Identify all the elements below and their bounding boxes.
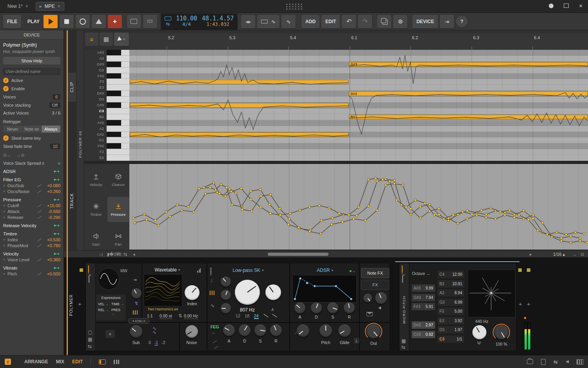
piano-key[interactable] [107,73,129,79]
expression-pres-toggle[interactable]: PRES → [111,308,124,316]
pressure-point[interactable] [231,204,233,206]
pressure-point[interactable] [546,233,548,236]
pressure-point[interactable] [490,207,492,209]
slope-shape-icon[interactable] [263,313,269,318]
undo-button[interactable]: ↶ [342,15,356,28]
pressure-point[interactable] [466,210,468,212]
pressure-point[interactable] [560,240,563,242]
mapping-panel-icon[interactable] [577,359,583,364]
mod-wheel-scope[interactable] [98,268,120,290]
sub-octave-minus2[interactable]: -2 [162,340,165,346]
expression-lane-pressure[interactable]: Pressure [107,197,129,222]
filter-cutoff-knob[interactable] [235,280,260,305]
pressure-point[interactable] [318,204,321,207]
pressure-point[interactable] [560,237,563,239]
pressure-point[interactable] [428,203,431,206]
pressure-point[interactable] [299,209,301,211]
adsr-route-icon[interactable]: ●→ [349,268,356,273]
micropitch-note-C3[interactable]: C31/1 [437,335,465,343]
single-pane-icon[interactable] [99,359,106,364]
pressure-point[interactable] [289,212,291,215]
filter-harmonics-icon[interactable] [210,291,216,295]
micropitch-note-G3[interactable]: G36.99 [437,298,465,306]
piano-key[interactable] [107,67,129,73]
piano-key[interactable] [107,108,129,114]
playhead-time[interactable]: 1:43.032 [202,22,234,27]
pitch-knob[interactable] [319,324,332,337]
note-detune[interactable]: 10.91 [452,282,462,286]
osc-phase-knob[interactable] [131,288,142,299]
pressure-point[interactable] [438,213,440,216]
pressure-point[interactable] [452,214,454,216]
stop-button[interactable] [60,15,74,28]
multi-pane-icon[interactable] [114,360,119,364]
enable-toggle[interactable]: ✓Enable [3,86,60,91]
remove-mod-icon[interactable]: × [3,204,7,208]
amp-decay-knob[interactable] [311,302,322,313]
piano-key[interactable] [107,79,129,85]
help-button[interactable]: ? [456,16,468,27]
detune-hz-value[interactable]: 0.00 Hz [184,313,198,319]
mod-target[interactable]: ×PhaseMod+0.780 [3,243,60,248]
pointer-tool-button[interactable]: ▾ [114,33,129,46]
voices-value[interactable]: 6 [53,94,60,100]
pressure-point[interactable] [330,223,333,226]
show-help-button[interactable]: Show Help [3,57,60,65]
pressure-point[interactable] [241,208,243,211]
expression-editor[interactable] [129,164,588,250]
filter-power-icon[interactable] [211,268,211,276]
slope-shape2-icon[interactable] [272,313,278,318]
note-detune[interactable]: 9.99 [426,286,433,290]
pressure-point[interactable] [154,219,156,222]
pressure-point[interactable] [513,216,515,219]
sub-octave-0[interactable]: 0 [149,340,151,346]
track-color-swatch[interactable] [80,268,83,272]
stack-icon[interactable]: ≡ [58,161,60,166]
pressure-point[interactable] [320,219,323,222]
layout-edit[interactable]: EDIT [72,359,83,364]
audio-panel-icon[interactable] [566,360,569,363]
pressure-point[interactable] [504,211,506,214]
mod-section-header[interactable]: Filter EG [3,177,60,182]
retrigger-never[interactable]: Never [3,126,22,133]
pressure-point[interactable] [405,206,407,208]
feg-attack-knob[interactable] [223,324,235,336]
zoom-full-icon[interactable]: ⊡ [581,251,584,257]
pressure-point[interactable] [376,209,378,211]
pressure-point[interactable] [132,217,134,219]
pressure-point[interactable] [187,206,189,208]
remove-mod-icon[interactable]: × [3,184,7,188]
pressure-point[interactable] [348,214,350,216]
pressure-point[interactable] [331,217,334,219]
filter-drive-knob[interactable] [221,303,231,313]
pressure-point[interactable] [181,209,183,211]
piano-key[interactable] [107,91,129,97]
piano-key[interactable] [107,143,129,149]
mod-target[interactable]: ×Voice Level+0.360 [3,257,60,262]
zoom-fit-icon[interactable]: ↔ [573,251,577,257]
remove-mod-icon[interactable]: × [3,210,7,213]
info-icon[interactable]: i [5,359,11,365]
window-status-icon[interactable] [549,4,554,8]
mod-route-icon[interactable] [54,232,60,235]
pitch-expression-curve[interactable] [130,135,348,137]
pressure-point[interactable] [447,219,450,222]
piano-key[interactable] [107,50,129,56]
glide-legato-button[interactable]: L [354,338,359,344]
mod-target[interactable]: ×Index+0.530 [3,237,60,242]
pressure-point[interactable] [583,233,585,235]
voice-out-icon[interactable]: ⊙→ [3,153,11,158]
feg-label[interactable]: FEG [211,324,219,329]
add-button[interactable]: ADD [301,15,319,28]
pressure-point[interactable] [499,211,501,213]
remove-mod-icon[interactable]: × [3,244,7,248]
pressure-point[interactable] [260,206,262,208]
pressure-point[interactable] [410,213,412,216]
add-device-button[interactable]: + [519,301,522,307]
micropitch-note-D#3[interactable]: D#32.97 [411,321,436,329]
mod-amount[interactable]: +0.360 [44,257,60,262]
device-custom-name-input[interactable] [3,68,60,75]
retrigger-always[interactable]: Always [42,126,60,133]
pressure-point[interactable] [198,188,200,190]
slope-24[interactable]: 24 [254,313,259,319]
